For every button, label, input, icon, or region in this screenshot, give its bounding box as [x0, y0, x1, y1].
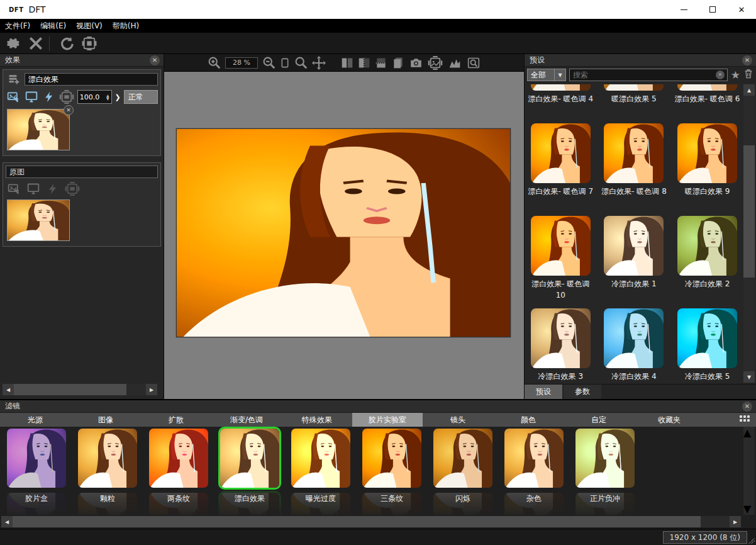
- layer-name-field[interactable]: 漂白效果: [25, 73, 158, 86]
- filter-tab-7[interactable]: 颜色: [493, 413, 564, 427]
- search-clear-icon[interactable]: ✕: [716, 70, 725, 79]
- presets-panel-tab-0[interactable]: 预设: [525, 385, 562, 399]
- scroll-left-icon[interactable]: ◀: [3, 384, 14, 395]
- preset-item[interactable]: 冷漂白效果 2: [674, 216, 741, 303]
- preset-item[interactable]: 冷漂白效果 3: [527, 308, 594, 383]
- preset-thumbnail[interactable]: [531, 308, 591, 368]
- preset-item[interactable]: 冷漂白效果 5: [674, 308, 741, 383]
- filters-scroll-down-icon[interactable]: ▼: [743, 503, 755, 515]
- presets-panel-close-icon[interactable]: ✕: [742, 55, 752, 65]
- filter-thumbnail[interactable]: [289, 427, 352, 490]
- effects-horizontal-scrollbar[interactable]: ◀ ▶: [3, 384, 157, 395]
- filter-item[interactable]: 正片负冲: [572, 427, 638, 515]
- filter-thumbnail[interactable]: [147, 427, 210, 490]
- main-image[interactable]: [176, 128, 511, 337]
- preset-item[interactable]: 漂白效果- 暖色调 7: [527, 123, 594, 211]
- delete-x-icon[interactable]: [26, 35, 45, 52]
- filter-tab-2[interactable]: 扩散: [141, 413, 211, 427]
- filter-tab-0[interactable]: 光源: [0, 413, 70, 427]
- preset-thumbnail[interactable]: [677, 308, 737, 368]
- preset-thumbnail[interactable]: [531, 123, 591, 183]
- filter-tab-1[interactable]: 图像: [70, 413, 141, 427]
- image-canvas[interactable]: [164, 72, 524, 399]
- preset-item[interactable]: 暖漂白效果 9: [674, 123, 741, 211]
- preset-item[interactable]: 漂白效果- 暖色调 10: [527, 216, 594, 303]
- display-monitor-icon[interactable]: [24, 90, 39, 104]
- filter-item[interactable]: 曝光过度: [288, 427, 353, 515]
- expand-params-icon[interactable]: ❯: [115, 93, 121, 101]
- filter-tab-5[interactable]: 胶片实验室: [352, 413, 423, 427]
- filter-thumbnail[interactable]: [360, 427, 423, 490]
- opacity-spin-arrows[interactable]: ▲▼: [106, 94, 109, 100]
- preset-thumbnail[interactable]: [604, 84, 664, 91]
- duplicate-view-icon[interactable]: [392, 57, 404, 69]
- favorite-star-icon[interactable]: ★: [731, 69, 740, 81]
- split-view-vertical-icon[interactable]: [341, 57, 353, 69]
- filter-item[interactable]: 杂色: [501, 427, 567, 515]
- preset-thumbnail[interactable]: [677, 216, 737, 276]
- split-view-horizontal-icon[interactable]: [375, 57, 387, 69]
- filter-thumbnail[interactable]: [574, 427, 636, 490]
- filter-thumbnail[interactable]: [5, 427, 68, 490]
- edit-effect-icon[interactable]: [6, 90, 21, 104]
- filter-thumbnail[interactable]: [76, 427, 139, 490]
- preset-search-input[interactable]: [570, 70, 716, 79]
- scroll-right-icon[interactable]: ▶: [146, 384, 157, 395]
- filter-item[interactable]: 闪烁: [430, 427, 496, 515]
- histogram-icon[interactable]: [447, 57, 462, 69]
- zoom-actual-icon[interactable]: [294, 56, 308, 69]
- filters-scroll-up-icon[interactable]: ▲: [743, 427, 755, 439]
- mask-frame-icon[interactable]: [59, 90, 74, 104]
- snapshot-camera-icon[interactable]: [409, 57, 423, 69]
- split-view-dotted-icon[interactable]: [358, 57, 370, 69]
- filter-thumbnail[interactable]: [218, 427, 281, 490]
- original-thumbnail[interactable]: [7, 199, 70, 241]
- fit-page-icon[interactable]: [280, 57, 290, 69]
- fit-frame-icon[interactable]: [80, 35, 99, 52]
- preset-thumbnail[interactable]: [531, 84, 591, 91]
- filter-tab-9[interactable]: 收藏夹: [634, 413, 704, 427]
- effects-panel-close-icon[interactable]: ✕: [150, 55, 160, 65]
- filters-panel-close-icon[interactable]: ✕: [742, 402, 752, 412]
- preset-scrollbar[interactable]: ▲ ▼: [743, 84, 755, 383]
- opacity-spinner[interactable]: 100.0 ▲▼: [77, 90, 112, 104]
- preset-item[interactable]: 漂白效果- 暖色调 4: [527, 84, 594, 118]
- magnify-region-icon[interactable]: [467, 57, 481, 69]
- pan-move-icon[interactable]: [312, 56, 326, 70]
- reset-refresh-icon[interactable]: [57, 35, 76, 52]
- preset-thumbnail[interactable]: [604, 216, 664, 276]
- preset-thumbnail[interactable]: [604, 123, 664, 183]
- preset-item[interactable]: 漂白效果- 暖色调 8: [601, 123, 668, 211]
- remove-effect-icon[interactable]: ✕: [64, 105, 74, 115]
- preset-search[interactable]: ✕: [569, 69, 728, 81]
- preset-item[interactable]: 漂白效果- 暖色调 6: [674, 84, 741, 118]
- compare-image-icon[interactable]: [428, 56, 443, 70]
- filter-tab-8[interactable]: 自定: [564, 413, 634, 427]
- zoom-out-icon[interactable]: [262, 56, 275, 69]
- filter-thumbnail[interactable]: [431, 427, 494, 490]
- resize-grip[interactable]: [748, 537, 755, 544]
- filter-item[interactable]: 漂白效果: [217, 427, 282, 515]
- zoom-level-display[interactable]: 28 %: [225, 57, 258, 69]
- filter-item[interactable]: 颗粒: [75, 427, 140, 515]
- filters-vertical-scrollbar[interactable]: ▲ ▼: [743, 427, 755, 515]
- preset-item[interactable]: 暖漂白效果 5: [601, 84, 668, 118]
- settings-gear-icon[interactable]: [4, 35, 23, 52]
- filter-item[interactable]: 三条纹: [359, 427, 425, 515]
- thumbnail-grid-view-icon[interactable]: [740, 415, 751, 425]
- maximize-button[interactable]: [698, 0, 727, 19]
- preset-item[interactable]: 冷漂白效果 1: [601, 216, 668, 303]
- trash-icon[interactable]: [743, 68, 753, 82]
- filters-scroll-right-icon[interactable]: ▶: [730, 516, 741, 527]
- scroll-down-icon[interactable]: ▼: [743, 371, 755, 383]
- effect-layer-thumbnail[interactable]: ✕: [7, 109, 70, 150]
- preset-thumbnail[interactable]: [677, 123, 737, 183]
- filter-item[interactable]: 胶片盒: [4, 427, 69, 515]
- preset-thumbnail[interactable]: [677, 84, 737, 91]
- filter-tab-3[interactable]: 渐变/色调: [211, 413, 282, 427]
- menu-item-3[interactable]: 帮助(H): [108, 19, 144, 33]
- zoom-in-icon[interactable]: [208, 56, 221, 69]
- preset-category-dropdown[interactable]: 全部 ▼: [527, 69, 566, 81]
- filter-item[interactable]: 两条纹: [146, 427, 211, 515]
- filter-tab-4[interactable]: 特殊效果: [282, 413, 352, 427]
